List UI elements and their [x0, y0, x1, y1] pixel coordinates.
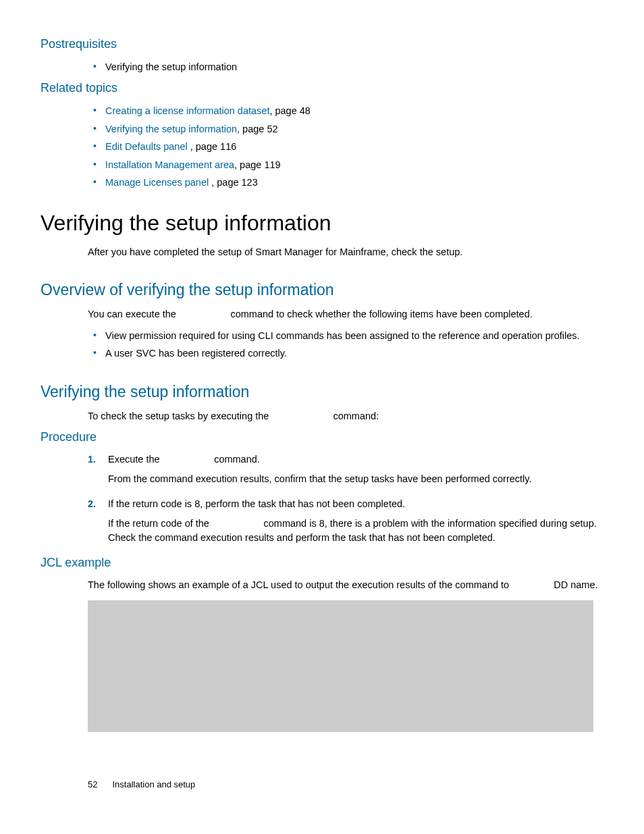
step-line: Execute the command. — [108, 452, 603, 467]
link-text[interactable]: Creating a license information dataset — [105, 105, 269, 116]
related-topics-list: Creating a license information dataset, … — [88, 103, 603, 190]
overview-heading: Overview of verifying the setup informat… — [41, 281, 603, 299]
procedure-heading: Procedure — [41, 430, 603, 444]
footer-section: Installation and setup — [112, 779, 195, 789]
overview-bullets: View permission required for using CLI c… — [88, 328, 603, 361]
step-detail: If the return code of the command is 8, … — [108, 517, 603, 545]
text-after: command. — [211, 454, 260, 465]
jcl-code-block — [88, 600, 593, 732]
page-ref: , page 123 — [211, 177, 258, 188]
text-mid: command to — [455, 579, 512, 590]
list-item: Creating a license information dataset, … — [88, 103, 603, 118]
list-item: Edit Defaults panel , page 116 — [88, 139, 603, 154]
item-text: View permission required for using CLI c… — [105, 330, 580, 341]
list-item: Installation Management area, page 119 — [88, 157, 603, 172]
main-heading: Verifying the setup information — [41, 211, 603, 236]
verifying-heading: Verifying the setup information — [41, 383, 603, 401]
related-topics-heading: Related topics — [41, 81, 603, 95]
list-item: Manage Licenses panel , page 123 — [88, 175, 603, 190]
step-item: Execute the command. From the command ex… — [88, 452, 603, 486]
verifying-intro: To check the setup tasks by executing th… — [88, 409, 603, 423]
text-before: The following shows an example of a JCL … — [88, 579, 455, 590]
command-gap — [179, 309, 228, 319]
page-ref: , page 119 — [234, 159, 281, 170]
text-before: If the return code of the — [108, 518, 212, 529]
item-text: A user SVC has been registered correctly… — [105, 348, 287, 359]
text-before: To check the setup tasks by executing th… — [88, 411, 271, 421]
postrequisites-list: Verifying the setup information — [88, 59, 603, 74]
jcl-heading: JCL example — [41, 556, 603, 570]
text-before: Execute the — [108, 454, 163, 465]
document-page: Postrequisites Verifying the setup infor… — [0, 0, 644, 816]
list-item: A user SVC has been registered correctly… — [88, 346, 603, 361]
page-ref: , page 52 — [237, 124, 277, 134]
text-after: command to check whether the following i… — [227, 309, 532, 319]
item-text: Verifying the setup information — [105, 61, 237, 72]
text-after: command: — [330, 411, 379, 421]
postrequisites-heading: Postrequisites — [41, 37, 603, 51]
overview-intro: You can execute the command to check whe… — [88, 307, 603, 321]
link-text[interactable]: Manage Licenses panel — [105, 177, 211, 188]
step-item: If the return code is 8, perform the tas… — [88, 497, 603, 545]
link-text[interactable]: Edit Defaults panel — [105, 141, 190, 152]
text-before: You can execute the — [88, 309, 179, 319]
command-gap — [271, 411, 330, 421]
command-gap — [163, 454, 212, 465]
text-after: DD name. — [551, 579, 597, 590]
list-item: View permission required for using CLI c… — [88, 328, 603, 343]
page-number: 52 — [88, 779, 97, 789]
ddname-gap — [512, 579, 551, 590]
main-intro: After you have completed the setup of Sm… — [88, 245, 603, 259]
link-text[interactable]: Verifying the setup information — [105, 124, 237, 134]
jcl-intro: The following shows an example of a JCL … — [88, 578, 603, 592]
list-item: Verifying the setup information, page 52 — [88, 122, 603, 136]
page-footer: 52Installation and setup — [88, 779, 603, 789]
step-detail: From the command execution results, conf… — [108, 472, 603, 486]
step-line: If the return code is 8, perform the tas… — [108, 497, 603, 511]
procedure-steps: Execute the command. From the command ex… — [88, 452, 603, 545]
list-item: Verifying the setup information — [88, 59, 603, 74]
page-ref: , page 116 — [190, 141, 237, 152]
link-text[interactable]: Installation Management area — [105, 159, 234, 170]
page-ref: , page 48 — [269, 105, 310, 116]
command-gap — [212, 518, 261, 529]
